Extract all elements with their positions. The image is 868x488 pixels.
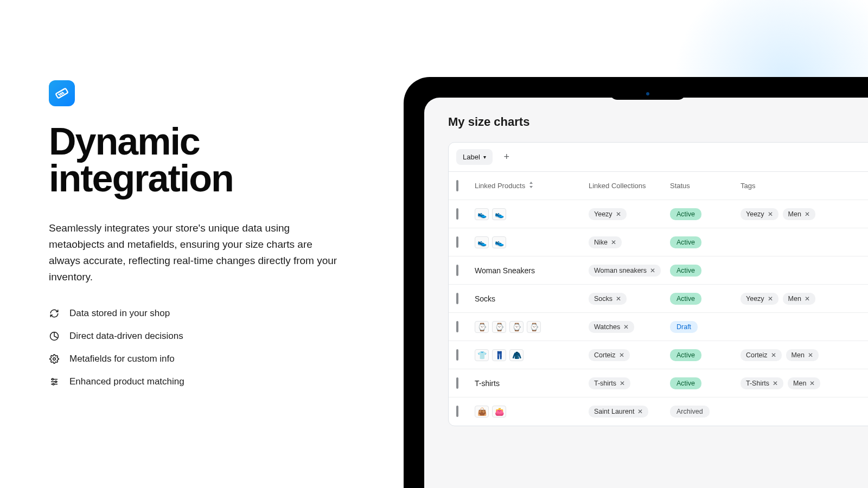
status-badge: Active xyxy=(670,349,701,361)
sort-icon xyxy=(528,181,534,190)
product-thumb: 👟 xyxy=(492,236,506,248)
tag[interactable]: Men✕ xyxy=(786,349,819,361)
column-tags: Tags xyxy=(741,182,868,190)
remove-tag-icon[interactable]: ✕ xyxy=(637,408,643,415)
table-row[interactable]: 👕👖🧥Corteiz✕ActiveCorteiz✕Men✕ xyxy=(449,341,868,369)
table-row[interactable]: SocksSocks✕ActiveYeezy✕Men✕ xyxy=(449,285,868,313)
row-checkbox[interactable] xyxy=(456,265,458,276)
status-badge: Active xyxy=(670,236,701,248)
remove-tag-icon[interactable]: ✕ xyxy=(771,351,776,359)
remove-tag-icon[interactable]: ✕ xyxy=(616,295,621,303)
headline: Dynamic integration xyxy=(49,124,380,197)
table-row[interactable]: 👟👟Nike✕Active xyxy=(449,228,868,256)
row-checkbox[interactable] xyxy=(456,236,458,248)
feature-item: Enhanced product matching xyxy=(49,376,380,387)
description: Seamlessly integrates your store's uniqu… xyxy=(49,220,342,285)
remove-tag-icon[interactable]: ✕ xyxy=(623,323,629,331)
row-checkbox[interactable] xyxy=(456,208,458,220)
table-row[interactable]: T-shirtsT-shirts✕ActiveT-Shirts✕Men✕ xyxy=(449,369,868,397)
app-ruler-icon xyxy=(49,80,75,106)
row-checkbox[interactable] xyxy=(456,293,458,304)
panel-title: My size charts xyxy=(448,115,868,129)
remove-tag-icon[interactable]: ✕ xyxy=(805,210,810,218)
feature-item: Metafields for custom info xyxy=(49,354,380,364)
column-linked-collections: Linked Collections xyxy=(589,182,670,190)
status-badge: Active xyxy=(670,293,701,305)
tag[interactable]: Yeezy✕ xyxy=(741,293,778,305)
collection-tag[interactable]: Socks✕ xyxy=(589,293,627,305)
collection-tag[interactable]: T-shirts✕ xyxy=(589,377,630,389)
remove-tag-icon[interactable]: ✕ xyxy=(616,210,621,218)
feature-text: Metafields for custom info xyxy=(69,354,175,364)
status-badge: Archived xyxy=(670,406,710,418)
remove-tag-icon[interactable]: ✕ xyxy=(773,380,778,387)
column-linked-products[interactable]: Linked Products xyxy=(475,181,589,190)
product-thumbnails: ⌚⌚⌚⌚ xyxy=(475,321,589,333)
tag[interactable]: T-Shirts✕ xyxy=(741,377,783,389)
product-thumb: 🧥 xyxy=(509,349,524,361)
tablet-mockup: My size charts Label ▾ + Linked Products xyxy=(404,77,868,488)
feature-text: Direct data-driven decisions xyxy=(69,331,183,342)
svg-line-3 xyxy=(62,92,63,94)
remove-tag-icon[interactable]: ✕ xyxy=(805,295,810,303)
table-row[interactable]: 👜👛Saint Laurent✕Archived xyxy=(449,397,868,426)
product-thumb: 👟 xyxy=(475,236,489,248)
sliders-icon xyxy=(49,376,60,387)
row-checkbox[interactable] xyxy=(456,349,458,361)
product-thumb: 👖 xyxy=(492,349,506,361)
label-filter-button[interactable]: Label ▾ xyxy=(456,149,493,165)
remove-tag-icon[interactable]: ✕ xyxy=(768,210,773,218)
collection-tag[interactable]: Corteiz✕ xyxy=(589,349,630,361)
status-badge: Draft xyxy=(670,321,698,333)
product-thumb: 👜 xyxy=(475,406,489,418)
remove-tag-icon[interactable]: ✕ xyxy=(808,351,813,359)
select-all-checkbox[interactable] xyxy=(456,180,458,191)
table-row[interactable]: Woman SneakersWoman sneakers✕Active xyxy=(449,256,868,285)
chevron-down-icon: ▾ xyxy=(483,154,486,160)
svg-point-9 xyxy=(52,378,54,380)
product-thumb: 👟 xyxy=(475,208,489,220)
status-badge: Active xyxy=(670,377,701,389)
tag[interactable]: Men✕ xyxy=(783,293,815,305)
remove-tag-icon[interactable]: ✕ xyxy=(650,267,655,274)
tag[interactable]: Men✕ xyxy=(783,208,815,220)
remove-tag-icon[interactable]: ✕ xyxy=(768,295,773,303)
tag[interactable]: Men✕ xyxy=(788,377,820,389)
feature-item: Data stored in your shop xyxy=(49,308,380,319)
table-row[interactable]: 👟👟Yeezy✕ActiveYeezy✕Men✕ xyxy=(449,200,868,228)
collection-tag[interactable]: Yeezy✕ xyxy=(589,208,627,220)
product-thumbnails: 👕👖🧥 xyxy=(475,349,589,361)
remove-tag-icon[interactable]: ✕ xyxy=(611,239,616,246)
status-badge: Active xyxy=(670,208,701,220)
remove-tag-icon[interactable]: ✕ xyxy=(809,380,815,387)
product-name: T-shirts xyxy=(475,379,500,388)
product-thumb: ⌚ xyxy=(492,321,506,333)
product-name: Woman Sneakers xyxy=(475,266,535,275)
row-checkbox[interactable] xyxy=(456,377,458,389)
tag[interactable]: Corteiz✕ xyxy=(741,349,782,361)
table-row[interactable]: ⌚⌚⌚⌚Watches✕Draft xyxy=(449,313,868,341)
add-filter-button[interactable]: + xyxy=(499,150,514,165)
svg-line-2 xyxy=(60,93,62,94)
svg-point-5 xyxy=(53,358,56,361)
gear-icon xyxy=(49,354,60,364)
product-thumb: ⌚ xyxy=(527,321,541,333)
feature-list: Data stored in your shop Direct data-dri… xyxy=(49,308,380,387)
collection-tag[interactable]: Watches✕ xyxy=(589,321,634,333)
status-badge: Active xyxy=(670,265,701,277)
svg-line-1 xyxy=(59,94,60,95)
product-thumb: 👕 xyxy=(475,349,489,361)
collection-tag[interactable]: Woman sneakers✕ xyxy=(589,265,661,277)
row-checkbox[interactable] xyxy=(456,321,458,332)
tag[interactable]: Yeezy✕ xyxy=(741,208,778,220)
feature-text: Data stored in your shop xyxy=(69,308,170,319)
piechart-icon xyxy=(49,331,60,342)
collection-tag[interactable]: Saint Laurent✕ xyxy=(589,406,648,418)
collection-tag[interactable]: Nike✕ xyxy=(589,236,622,248)
svg-point-10 xyxy=(55,381,57,382)
product-name: Socks xyxy=(475,294,495,303)
remove-tag-icon[interactable]: ✕ xyxy=(619,351,624,359)
remove-tag-icon[interactable]: ✕ xyxy=(620,380,625,387)
row-checkbox[interactable] xyxy=(456,406,458,417)
feature-item: Direct data-driven decisions xyxy=(49,331,380,342)
